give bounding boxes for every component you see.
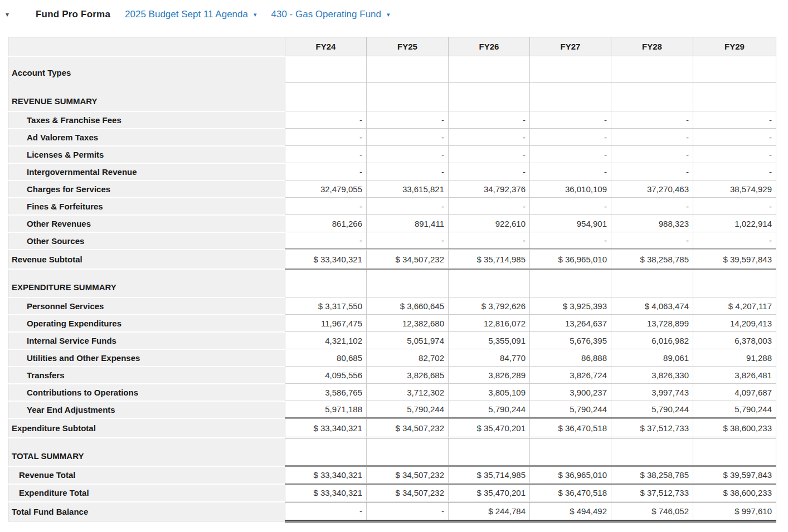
value-cell: - xyxy=(611,129,693,146)
value-cell: $ 33,340,321 xyxy=(285,484,367,502)
value-cell: 3,826,685 xyxy=(367,367,449,384)
value-cell: 14,209,413 xyxy=(693,315,776,332)
table-row: Charges for Services32,479,05533,615,821… xyxy=(8,180,776,198)
value-cell: 38,574,929 xyxy=(693,180,776,198)
value-cell: 84,770 xyxy=(449,349,530,367)
value-cell: - xyxy=(530,129,611,146)
value-cell: 954,901 xyxy=(530,215,611,232)
value-cell xyxy=(530,56,611,83)
value-cell: $ 38,600,233 xyxy=(693,418,776,438)
value-cell: - xyxy=(693,129,776,146)
value-cell: - xyxy=(285,232,367,250)
value-cell: 91,288 xyxy=(693,349,776,367)
value-cell xyxy=(693,56,776,83)
value-cell: - xyxy=(449,146,530,163)
table-row: Utilities and Other Expenses80,68582,702… xyxy=(8,349,776,367)
table-row: Revenue Total$ 33,340,321$ 34,507,232$ 3… xyxy=(8,466,776,484)
value-cell: $ 39,597,843 xyxy=(693,250,776,269)
value-cell: 922,610 xyxy=(449,215,530,232)
table-row: Intergovernmental Revenue------ xyxy=(8,163,776,180)
table-row: Account Types xyxy=(8,56,776,83)
value-cell: $ 33,340,321 xyxy=(285,418,367,438)
value-cell xyxy=(693,438,776,466)
value-cell: - xyxy=(611,232,693,250)
value-cell: - xyxy=(611,163,693,180)
value-cell: 12,816,072 xyxy=(449,315,530,332)
row-label: REVENUE SUMMARY xyxy=(8,83,285,111)
value-cell: - xyxy=(530,146,611,163)
budget-dropdown[interactable]: 2025 Budget Sept 11 Agenda ▾ xyxy=(125,9,256,20)
value-cell xyxy=(367,269,449,297)
table-row: Revenue Subtotal$ 33,340,321$ 34,507,232… xyxy=(8,250,776,269)
value-cell: - xyxy=(530,198,611,215)
value-cell xyxy=(367,438,449,466)
value-cell: - xyxy=(367,129,449,146)
report-title: Fund Pro Forma xyxy=(36,9,110,20)
column-header-fy25: FY25 xyxy=(367,37,449,56)
table-row: Ad Valorem Taxes------ xyxy=(8,129,776,146)
value-cell: - xyxy=(693,163,776,180)
value-cell: 5,790,244 xyxy=(449,401,530,418)
value-cell: $ 35,470,201 xyxy=(449,418,530,438)
column-header-fy27: FY27 xyxy=(530,37,611,56)
fund-pro-forma-page: ▾ Fund Pro Forma 2025 Budget Sept 11 Age… xyxy=(0,0,788,532)
collapse-caret-icon[interactable]: ▾ xyxy=(6,11,14,18)
value-cell: - xyxy=(367,232,449,250)
value-cell: - xyxy=(285,111,367,129)
row-label: Other Revenues xyxy=(8,215,285,232)
row-label: Taxes & Franchise Fees xyxy=(8,111,285,129)
table-row: Operating Expenditures11,967,47512,382,6… xyxy=(8,315,776,332)
value-cell: - xyxy=(449,111,530,129)
column-header-fy29: FY29 xyxy=(693,37,776,56)
value-cell: 3,826,481 xyxy=(693,367,776,384)
value-cell xyxy=(530,83,611,111)
value-cell: $ 36,470,518 xyxy=(530,484,611,502)
column-header-fy26: FY26 xyxy=(449,37,530,56)
value-cell xyxy=(449,56,530,83)
value-cell xyxy=(367,83,449,111)
value-cell: $ 244,784 xyxy=(449,502,530,521)
row-label: Revenue Subtotal xyxy=(8,250,285,269)
value-cell: 5,051,974 xyxy=(367,332,449,349)
chevron-down-icon: ▾ xyxy=(254,12,257,18)
value-cell: 5,676,395 xyxy=(530,332,611,349)
row-label: Operating Expenditures xyxy=(8,315,285,332)
value-cell xyxy=(530,438,611,466)
value-cell: 6,378,003 xyxy=(693,332,776,349)
value-cell: - xyxy=(611,146,693,163)
value-cell: 5,355,091 xyxy=(449,332,530,349)
value-cell: 3,712,302 xyxy=(367,384,449,401)
value-cell: $ 37,512,733 xyxy=(611,418,693,438)
value-cell: - xyxy=(449,232,530,250)
row-label: Account Types xyxy=(8,56,285,83)
value-cell: $ 34,507,232 xyxy=(367,466,449,484)
value-cell: $ 33,340,321 xyxy=(285,466,367,484)
value-cell xyxy=(285,438,367,466)
row-label: Transfers xyxy=(8,367,285,384)
value-cell: 32,479,055 xyxy=(285,180,367,198)
table-row: Internal Service Funds4,321,1025,051,974… xyxy=(8,332,776,349)
value-cell: 13,264,637 xyxy=(530,315,611,332)
table-row: Other Revenues861,266891,411922,610954,9… xyxy=(8,215,776,232)
value-cell: - xyxy=(611,111,693,129)
row-label: Personnel Services xyxy=(8,297,285,315)
value-cell: - xyxy=(693,198,776,215)
row-label: Other Sources xyxy=(8,232,285,250)
table-row: Total Fund Balance--$ 244,784$ 494,492$ … xyxy=(8,502,776,521)
value-cell xyxy=(611,56,693,83)
value-cell xyxy=(449,438,530,466)
row-label: Contributions to Operations xyxy=(8,384,285,401)
value-cell: 3,826,330 xyxy=(611,367,693,384)
row-label: Year End Adjustments xyxy=(8,401,285,418)
table-row: Fines & Forfeitures------ xyxy=(8,198,776,215)
fund-dropdown[interactable]: 430 - Gas Operating Fund ▾ xyxy=(271,9,390,20)
value-cell: - xyxy=(285,129,367,146)
row-label: Expenditure Subtotal xyxy=(8,418,285,438)
value-cell: 33,615,821 xyxy=(367,180,449,198)
table-row: Expenditure Total$ 33,340,321$ 34,507,23… xyxy=(8,484,776,502)
value-cell: 5,971,188 xyxy=(285,401,367,418)
value-cell: $ 34,507,232 xyxy=(367,484,449,502)
value-cell: $ 34,507,232 xyxy=(367,250,449,269)
value-cell: - xyxy=(367,146,449,163)
value-cell xyxy=(611,438,693,466)
